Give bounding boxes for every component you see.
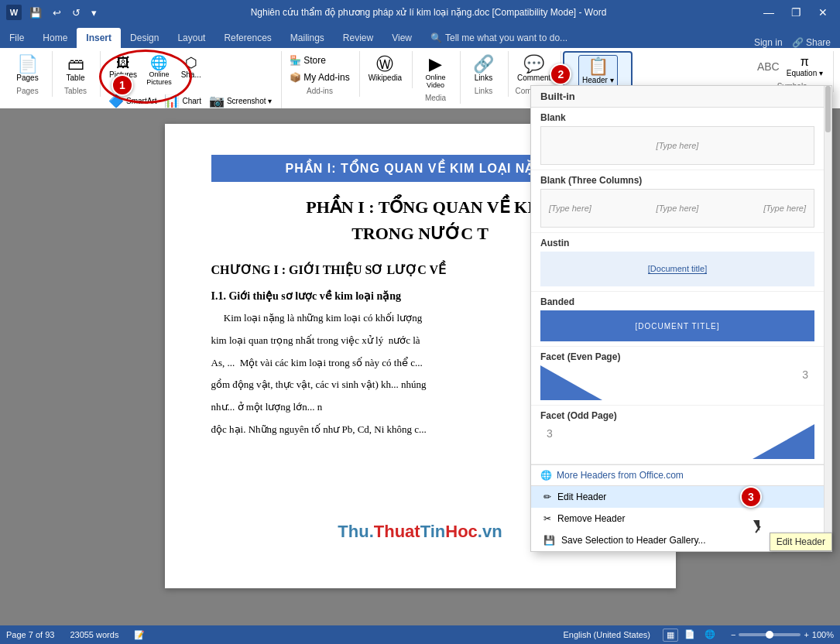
online-video-button[interactable]: ▶ OnlineVideo — [421, 53, 451, 92]
dropdown-scrollbar-thumb[interactable] — [825, 86, 831, 132]
edit-header-tooltip: Edit Header — [770, 533, 832, 551]
comment-icon: 💬 — [523, 56, 544, 73]
links-button[interactable]: 🔗 Links — [469, 53, 499, 85]
watermark-text4: Hoc — [445, 522, 478, 541]
restore-button[interactable]: ❐ — [785, 5, 807, 20]
equation-button[interactable]: π Equation ▾ — [783, 53, 827, 80]
save-selection-icon: 💾 — [543, 535, 555, 546]
window-controls: — ❐ ✕ — [757, 5, 834, 20]
tab-insert[interactable]: Insert — [77, 28, 121, 48]
my-addins-button[interactable]: 📦 My Add-ins — [286, 70, 352, 85]
shapes-icon: ⬡ — [185, 56, 197, 70]
tab-tell-me[interactable]: 🔍 Tell me what you want to do... — [421, 28, 577, 48]
online-pictures-label: OnlinePictures — [146, 70, 172, 86]
header-option-austin[interactable]: Austin [Document title] — [531, 233, 824, 292]
zoom-thumb — [766, 631, 773, 639]
header-footer-items: 📋 Header ▾ — [578, 55, 618, 87]
undo-qat-button[interactable]: ↩ — [50, 5, 64, 20]
header-option-blank[interactable]: Blank [Type here] — [531, 108, 824, 170]
store-button[interactable]: 🏪 Store — [286, 53, 352, 68]
option-austin-preview: [Document title] — [540, 252, 814, 286]
print-layout-btn[interactable]: 📄 — [681, 629, 698, 642]
comment-button[interactable]: 💬 Comment — [513, 53, 554, 85]
ribbon-group-links: 🔗 Links Links — [462, 51, 509, 97]
track-changes-icon: 📝 — [134, 630, 145, 640]
step-3-circle: 3 — [740, 486, 762, 508]
illustrations-items: 1 🖼 Pictures 🌐 OnlinePictures — [105, 53, 275, 111]
option-facet-odd-preview: 3 — [540, 424, 814, 459]
redo-qat-button[interactable]: ↺ — [69, 5, 84, 20]
header-option-banded[interactable]: Banded [DOCUMENT TITLE] — [531, 292, 824, 347]
globe-icon: 🌐 — [540, 470, 552, 481]
pages-button[interactable]: 📄 Pages — [12, 53, 42, 85]
watermark-text5: .vn — [478, 522, 502, 541]
pages-group-items: 📄 Pages — [12, 53, 42, 85]
option-facet-even-name: Facet (Even Page) — [540, 351, 814, 362]
tab-review[interactable]: Review — [334, 28, 382, 48]
remove-header-action[interactable]: ✂ Remove Header — [531, 508, 824, 529]
my-addins-label: My Add-ins — [303, 72, 349, 83]
facet-odd-triangle — [753, 424, 814, 459]
table-button[interactable]: 🗃 Table — [61, 53, 91, 85]
minimize-button[interactable]: — — [757, 5, 780, 20]
shapes-button[interactable]: ⬡ Sha... — [177, 53, 205, 89]
online-pictures-icon: 🌐 — [150, 56, 167, 70]
header-option-three-col[interactable]: Blank (Three Columns) [Type here] [Type … — [531, 170, 824, 233]
wikipedia-items: Ⓦ Wikipedia — [365, 53, 406, 85]
option-banded-name: Banded — [540, 296, 814, 307]
ribbon-group-wikipedia: Ⓦ Wikipedia — [362, 51, 413, 88]
watermark-text3: Tin — [420, 522, 446, 541]
tab-references[interactable]: References — [214, 28, 280, 48]
language-indicator[interactable]: English (United States) — [563, 630, 650, 639]
signin-link[interactable]: Sign in — [754, 37, 783, 48]
dropdown-scrollbar[interactable] — [824, 86, 831, 551]
option-facet-even-preview: 3 — [540, 365, 814, 400]
step-1-circle: 1 — [111, 74, 133, 96]
header-option-facet-odd[interactable]: Facet (Odd Page) 3 — [531, 406, 824, 464]
ribbon-group-media: ▶ OnlineVideo Media — [414, 51, 461, 104]
header-option-facet-even[interactable]: Facet (Even Page) 3 — [531, 347, 824, 406]
tab-mailings[interactable]: Mailings — [281, 28, 334, 48]
table-label: Table — [67, 74, 85, 82]
share-button[interactable]: 🔗 Share — [792, 37, 831, 48]
tab-view[interactable]: View — [382, 28, 421, 48]
equation-icon: π — [801, 56, 809, 68]
tab-file[interactable]: File — [0, 28, 33, 48]
read-mode-btn[interactable]: ▦ — [663, 629, 678, 642]
facet-odd-num: 3 — [547, 427, 553, 440]
edit-header-action[interactable]: ✏ Edit Header 3 — [531, 486, 824, 508]
col1-text: [Type here] — [549, 204, 591, 213]
three-col-content: [Type here] [Type here] [Type here] — [541, 204, 814, 213]
links-icon: 🔗 — [473, 56, 494, 73]
wikipedia-label: Wikipedia — [369, 74, 402, 82]
wikipedia-button[interactable]: Ⓦ Wikipedia — [365, 53, 406, 85]
tables-group-items: 🗃 Table — [61, 53, 91, 85]
header-icon: 📋 — [588, 58, 609, 75]
save-qat-button[interactable]: 💾 — [26, 5, 45, 20]
col3-text: [Type here] — [763, 204, 806, 213]
ribbon-group-addins: 🏪 Store 📦 My Add-ins Add-ins — [283, 51, 359, 97]
zoom-slider[interactable]: − + 100% — [731, 630, 834, 639]
ribbon-group-pages: 📄 Pages Pages — [6, 51, 53, 97]
addins-items: 🏪 Store 📦 My Add-ins — [286, 53, 352, 85]
word-icon: W — [6, 5, 22, 20]
tooltip-text: Edit Header — [777, 536, 825, 547]
smartart-label: SmartArt — [126, 97, 156, 105]
comments-items: 💬 Comment — [513, 53, 554, 85]
watermark-text2: Thuat — [374, 522, 420, 541]
store-icon: 🏪 — [290, 55, 301, 66]
zoom-out-icon: − — [731, 630, 735, 639]
online-pictures-button[interactable]: 🌐 OnlinePictures — [142, 53, 176, 89]
close-button[interactable]: ✕ — [812, 5, 834, 20]
more-headers-link[interactable]: 🌐 More Headers from Office.com — [531, 464, 824, 485]
customize-qat-button[interactable]: ▾ — [88, 5, 100, 20]
tab-design[interactable]: Design — [121, 28, 168, 48]
web-layout-btn[interactable]: 🌐 — [701, 629, 718, 642]
links-group-label: Links — [475, 85, 492, 95]
remove-header-icon: ✂ — [543, 513, 551, 524]
tab-home[interactable]: Home — [33, 28, 77, 48]
ribbon-tabs: File Home Insert Design Layout Reference… — [0, 25, 840, 48]
tab-layout[interactable]: Layout — [168, 28, 214, 48]
header-button[interactable]: 📋 Header ▾ — [578, 55, 618, 87]
tables-group-label: Tables — [64, 85, 87, 95]
